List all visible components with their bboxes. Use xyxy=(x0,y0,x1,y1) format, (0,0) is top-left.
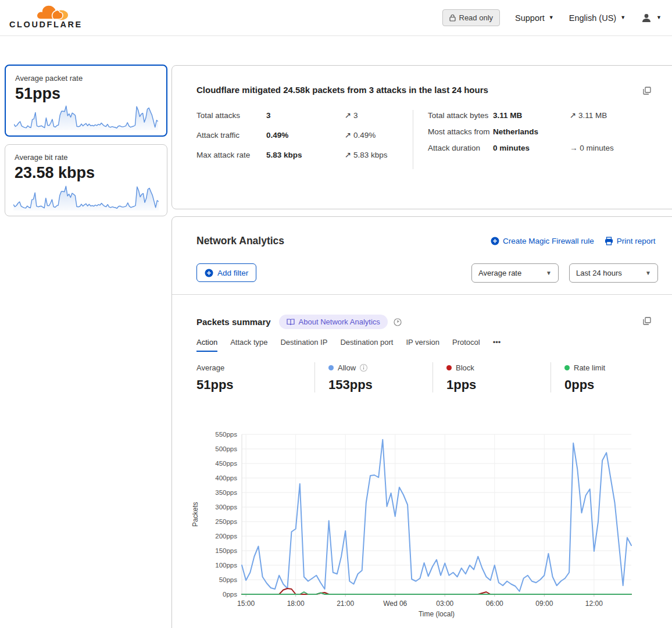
svg-text:12:00: 12:00 xyxy=(585,600,603,608)
stat-label: Attack traffic xyxy=(196,130,266,142)
chevron-down-icon: ▼ xyxy=(546,270,552,276)
stat-trend: ↗ 3.11 MB xyxy=(570,110,607,122)
svg-text:0pps: 0pps xyxy=(223,591,237,598)
svg-text:50pps: 50pps xyxy=(219,576,238,583)
tab-protocol[interactable]: Protocol xyxy=(452,338,480,352)
user-icon xyxy=(641,12,652,24)
chevron-down-icon: ▼ xyxy=(620,15,625,20)
metric-label: Average packet rate xyxy=(15,74,157,83)
stat-value: 1pps xyxy=(446,377,551,392)
stat-allow: Allow 153pps xyxy=(314,362,432,392)
stat-value: Netherlands xyxy=(493,126,570,138)
packets-chart-svg: 0pps50pps100pps150pps200pps250pps300pps3… xyxy=(190,425,640,620)
printer-icon xyxy=(605,237,613,245)
plus-circle-icon xyxy=(205,269,213,277)
packets-summary-title: Packets summary xyxy=(196,317,271,327)
stat-label: Block xyxy=(456,363,474,372)
stat-value: 153pps xyxy=(328,377,432,392)
stat-label: Allow xyxy=(338,363,356,372)
summary-title: Cloudflare mitigated 24.58k packets from… xyxy=(196,85,488,95)
account-menu[interactable]: ▼ xyxy=(641,12,662,24)
stat-trend: ↗ 3 xyxy=(345,110,358,122)
metric-value: 51pps xyxy=(15,85,157,103)
stat-label: Total attack bytes xyxy=(428,110,493,122)
tab-destination-port[interactable]: Destination port xyxy=(340,338,393,352)
cloudflare-logo[interactable]: CLOUDFLARE xyxy=(9,3,79,29)
bit-rate-sparkline xyxy=(13,184,159,210)
chevron-down-icon: ▼ xyxy=(645,270,651,276)
avg-packet-rate-card[interactable]: Average packet rate 51pps xyxy=(5,65,167,137)
svg-text:Wed 06: Wed 06 xyxy=(383,600,407,608)
tab-action[interactable]: Action xyxy=(196,338,217,352)
svg-text:150pps: 150pps xyxy=(215,547,237,554)
stat-trend: ↗ 0.49% xyxy=(345,130,376,142)
metric-select[interactable]: Average rate ▼ xyxy=(471,263,559,283)
support-menu[interactable]: Support ▼ xyxy=(515,13,554,23)
summary-row: Max attack rate 5.83 kbps ↗ 5.83 kbps xyxy=(196,149,413,162)
avg-bit-rate-card[interactable]: Average bit rate 23.58 kbps xyxy=(5,144,167,216)
section-title: Network Analytics xyxy=(196,235,284,247)
print-report-link[interactable]: Print report xyxy=(605,237,656,245)
info-icon[interactable] xyxy=(360,364,367,372)
allow-dot xyxy=(328,365,334,370)
link-label: Create Magic Firewall rule xyxy=(503,237,594,245)
svg-text:06:00: 06:00 xyxy=(486,600,503,608)
language-menu[interactable]: English (US) ▼ xyxy=(569,13,625,23)
badge-label: About Network Analytics xyxy=(299,317,380,326)
create-magic-firewall-rule-link[interactable]: Create Magic Firewall rule xyxy=(491,237,594,245)
stat-label: Attack duration xyxy=(428,142,493,155)
stat-label: Average xyxy=(196,363,224,372)
breakdown-tabs: Action Attack type Destination IP Destin… xyxy=(196,338,501,352)
svg-text:Time (local): Time (local) xyxy=(419,610,455,618)
stats-row: Average 51pps Allow 153pps Block 1pps Ra… xyxy=(196,362,669,392)
svg-text:500pps: 500pps xyxy=(215,445,237,452)
tab-destination-ip[interactable]: Destination IP xyxy=(280,338,327,352)
svg-text:Packets: Packets xyxy=(191,502,199,527)
stat-value: 51pps xyxy=(196,377,314,392)
stat-trend: → 0 minutes xyxy=(570,142,614,155)
summary-row: Attack duration 0 minutes → 0 minutes xyxy=(428,142,672,155)
stat-value: 3 xyxy=(266,110,345,122)
add-filter-button[interactable]: Add filter xyxy=(196,263,256,282)
language-label: English (US) xyxy=(569,13,616,23)
clock-icon[interactable] xyxy=(394,318,402,326)
time-range-select[interactable]: Last 24 hours ▼ xyxy=(569,263,658,283)
section-divider xyxy=(172,294,672,295)
attack-summary-card: Cloudflare mitigated 24.58k packets from… xyxy=(171,65,672,209)
stat-rate-limit: Rate limit 0pps xyxy=(551,362,669,392)
svg-text:550pps: 550pps xyxy=(215,431,237,438)
stat-value: 0pps xyxy=(564,377,669,392)
svg-text:350pps: 350pps xyxy=(215,489,237,496)
packet-rate-sparkline xyxy=(14,104,158,130)
svg-text:09:00: 09:00 xyxy=(535,600,553,608)
summary-row: Total attacks 3 ↗ 3 xyxy=(196,110,413,122)
about-network-analytics-badge[interactable]: About Network Analytics xyxy=(279,315,388,329)
svg-text:200pps: 200pps xyxy=(215,533,237,540)
plus-circle-icon xyxy=(491,237,499,245)
link-label: Print report xyxy=(617,237,656,245)
summary-stats: Total attacks 3 ↗ 3 Attack traffic 0.49%… xyxy=(196,110,672,169)
book-icon xyxy=(287,319,295,326)
chevron-down-icon: ▼ xyxy=(549,15,554,20)
stat-value: 0.49% xyxy=(266,130,345,142)
read-only-label: Read only xyxy=(459,13,494,22)
packets-chart: 0pps50pps100pps150pps200pps250pps300pps3… xyxy=(190,425,640,620)
stat-label: Rate limit xyxy=(574,363,605,372)
svg-text:400pps: 400pps xyxy=(215,474,237,481)
top-header: CLOUDFLARE Read only Support ▼ English (… xyxy=(0,0,672,36)
metric-value: 23.58 kbps xyxy=(15,164,158,182)
stat-value: 3.11 MB xyxy=(493,110,570,122)
stat-value: 5.83 kbps xyxy=(266,149,345,162)
copy-icon[interactable] xyxy=(643,317,651,327)
tab-ip-version[interactable]: IP version xyxy=(406,338,439,352)
svg-text:250pps: 250pps xyxy=(215,518,237,525)
tab-more[interactable]: ••• xyxy=(493,338,501,352)
svg-text:18:00: 18:00 xyxy=(287,600,305,608)
copy-icon[interactable] xyxy=(643,87,651,97)
stat-label: Most attacks from xyxy=(428,126,493,138)
lock-icon xyxy=(449,14,456,22)
summary-row: Total attack bytes 3.11 MB ↗ 3.11 MB xyxy=(428,110,672,122)
svg-text:300pps: 300pps xyxy=(215,504,237,511)
support-label: Support xyxy=(515,13,545,23)
tab-attack-type[interactable]: Attack type xyxy=(230,338,267,352)
